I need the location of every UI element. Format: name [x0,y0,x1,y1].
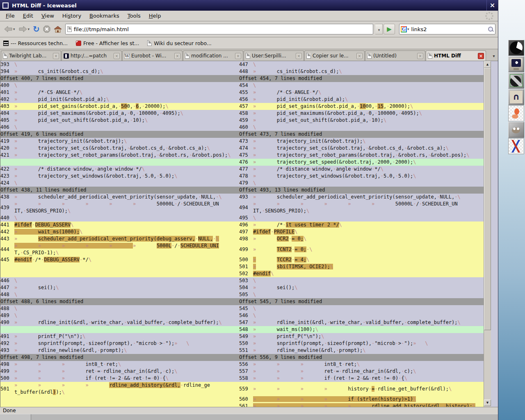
url-dropdown-icon: ▾ [378,28,380,32]
scroll-up-button[interactable]: ▲ [484,61,491,68]
diff-code-cell: » trajectory_set_cs(&robot.traj,·&robot.… [253,145,484,152]
diff-code-row: 420» trajectory_set_cs(&robot.traj,·&rob… [0,145,484,152]
forward-dropdown-icon[interactable]: ▾ [28,27,30,31]
diff-code-cell: \ [253,124,484,131]
diff-hunk-header-row: Offset 400, 7 lines modifiedOffset 454, … [0,75,484,82]
url-bar[interactable] [65,24,373,34]
bookmark-item[interactable]: Free - Afficher les st... [76,40,139,46]
diff-code-row: 444» » » » » » 5000L·/·SCHEDULER_UNI T,·… [0,242,484,256]
tab-label: Twibright Lab... [9,53,51,59]
tab-http-patch[interactable]: http:/...=patch× [62,50,122,61]
diff-code-cell: » snprintf(prompt,·sizeof(prompt),·"micr… [253,340,484,347]
menu-history[interactable]: History [58,11,85,20]
stop-button[interactable] [42,23,52,35]
dock-creature-icon[interactable] [508,105,524,121]
tab-close-icon[interactable]: × [417,53,423,59]
search-engine-dropdown-icon[interactable]: ▾ [407,27,409,31]
diff-line-number: 500 [239,256,253,263]
dock-monitor-icon[interactable] [508,56,524,72]
diff-line-number: 557 [239,368,253,375]
menu-view[interactable]: View [37,11,58,20]
diff-hunk-header: Offset 493, 13 lines modified [239,187,484,194]
dock-wmaker-pie-icon[interactable] [508,40,524,56]
tab-label: modification ... [191,53,233,59]
diff-code-cell: » trajectory_set_robot_params(&robot.tra… [14,152,239,159]
url-input[interactable] [74,26,371,32]
scroll-down-button[interactable]: ▼ [484,399,491,406]
page-favicon-icon [185,53,189,59]
tab-twibright-lab-[interactable]: Twibright Lab...× [1,50,61,61]
tab-close-icon[interactable]: × [356,53,363,59]
diff-line-number: 503 [239,277,253,284]
diff-code-cell: » TCCR2·=·4;\ [253,256,484,263]
tab-copier-sur-le-[interactable]: Copier sur le...× [304,50,365,61]
diff-line-number: 491 [0,333,14,340]
diff-code-cell: » » » int8_t·ret;\ [253,361,484,368]
diff-line-number: 406 [0,124,14,131]
scrollbar-thumb[interactable] [484,68,491,330]
tab-close-icon[interactable]: × [478,53,484,59]
diff-line-number: 498 [0,361,14,368]
diff-line-number: 460 [239,124,253,131]
menu-edit[interactable]: Edit [19,11,37,20]
menu-file[interactable]: File [2,11,19,20]
reload-button[interactable]: ↻ [32,23,41,35]
menu-tools[interactable]: Tools [123,11,145,20]
diff-code-cell: » trajectory_set_windows(&robot.traj,·5.… [253,173,484,180]
diff-line-number: 558 [239,375,253,382]
diff-code-row: 423» trajectory_set_windows(&robot.traj,… [0,173,484,180]
window-resize-bar[interactable] [0,414,498,420]
diff-code-cell: \ [253,305,484,312]
diff-line-number: 444 [0,242,14,256]
window-title: HTML Diff - Iceweasel [12,2,486,9]
dock-arch-icon[interactable] [508,89,524,105]
diff-line-number: 497 [239,228,253,235]
menu-bookmarks[interactable]: Bookmarks [85,11,123,20]
tab--untitled-[interactable]: (Untitled)× [365,50,425,61]
vertical-scrollbar[interactable]: ▲ ▼ [484,61,491,407]
home-button[interactable] [52,23,63,35]
search-input[interactable] [411,26,486,32]
back-dropdown-icon[interactable]: ▾ [13,27,15,31]
dock-tools-icon[interactable] [508,73,524,89]
tab-close-icon[interactable]: × [114,53,120,59]
dock-gimp-icon[interactable] [508,122,524,138]
diff-code-row: 419» trajectory_init(&robot.traj);\473» … [0,138,484,145]
bookmark-label: Wiki du secteur robo... [154,40,212,46]
tab-close-icon[interactable]: × [53,53,59,59]
diff-code-cell: » OCR2·=·0;\ [253,235,484,242]
diff-code-cell: » pid_init(&robot.pid_a);\ [253,96,484,103]
titlebar[interactable]: HTML Diff - Iceweasel × [0,0,498,11]
tab-close-icon[interactable]: × [174,53,180,59]
window-menu-icon[interactable] [2,2,9,9]
tab-close-icon[interactable]: × [235,53,241,59]
window-close-button[interactable]: × [486,0,498,11]
menubar-items: FileEditViewHistoryBookmarksToolsHelp [2,11,165,20]
forward-button[interactable]: ▾ [17,23,31,35]
diff-code-row: 405» pid_set_out_shift(&robot.pid_a,·10)… [0,117,484,124]
search-bar[interactable]: G ▾ [399,24,495,34]
back-button[interactable]: ▾ [2,23,16,35]
tab-close-icon[interactable]: × [296,53,302,59]
dock-scribble-icon[interactable] [508,138,524,154]
bookmark-item[interactable]: --- Ressources techn... [3,40,68,46]
bookmark-item[interactable]: Wiki du secteur robo... [147,40,212,46]
diff-code-row: 492» snprintf(prompt,·sizeof(prompt),·"m… [0,340,484,347]
diff-code-cell: » pid_set_out_shift(&robot.pid_a,·10);\ [14,117,239,124]
tab-eurobot-wi-[interactable]: Eurobot - Wi...× [122,50,183,61]
menu-help[interactable]: Help [145,11,165,20]
diff-line-number: 492 [0,340,14,347]
tab-html-diff[interactable]: HTML Diff× [426,50,486,61]
search-icon[interactable] [487,26,494,32]
diff-code-cell: » » » » » » 5000L·/·SCHEDULER_UNI T,·CS_… [14,242,239,256]
tab-modification-[interactable]: modification ...× [183,50,243,61]
tab-user-serpilli-[interactable]: User:Serpilli...× [244,50,304,61]
url-dropdown-button[interactable]: ▾ [375,24,383,34]
go-button[interactable]: ▶ [383,24,395,34]
tab-list-dropdown-button[interactable]: ▾ [491,52,497,61]
diff-code-row: 421» trajectory_set_robot_params(&robot.… [0,152,484,159]
diff-code-row: 489\546\ [0,312,484,319]
diff-line-number: 439 [0,201,14,215]
tab-label: User:Serpilli... [252,53,294,59]
diff-code-cell: » trajectory_set_windows(&robot.traj,·5.… [14,173,239,180]
